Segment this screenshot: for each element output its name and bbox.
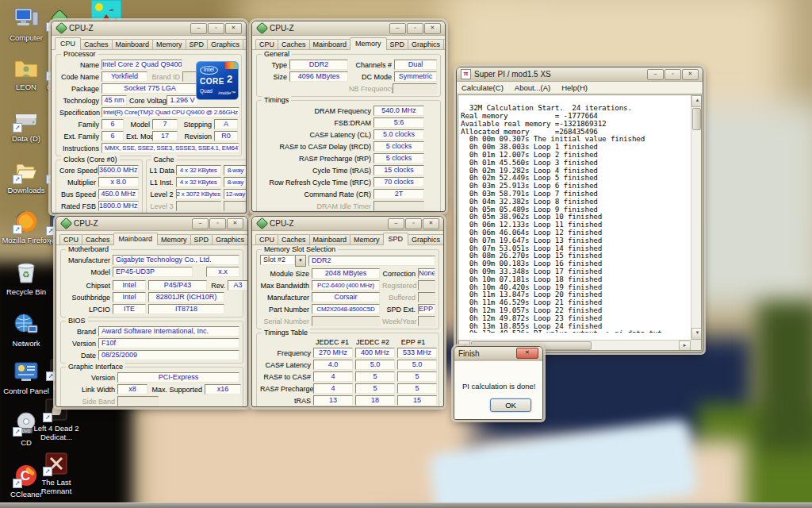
tab-caches[interactable]: Caches bbox=[278, 39, 310, 50]
close-button[interactable]: ✕ bbox=[516, 348, 538, 359]
titlebar[interactable]: CPU-Z –▫✕ bbox=[252, 217, 443, 231]
vertical-scrollbar[interactable]: ▲ ▼ bbox=[691, 95, 701, 340]
minimize-button[interactable]: – bbox=[190, 23, 207, 34]
titlebar[interactable]: Finish ✕ bbox=[454, 347, 542, 360]
titlebar[interactable]: CPU-Z –▫✕ bbox=[252, 21, 445, 36]
minimize-button[interactable]: – bbox=[388, 218, 404, 229]
minimize-button[interactable]: – bbox=[389, 23, 406, 34]
serial-number-label: Serial Number bbox=[260, 318, 309, 325]
titlebar[interactable]: CPU-Z –▫✕ bbox=[52, 21, 246, 36]
size-value: 4096 MBytes bbox=[289, 71, 348, 82]
ok-button[interactable]: OK bbox=[490, 398, 531, 412]
clocks-group: Clocks (Core #0) Core Speed3600.0 MHz Mu… bbox=[56, 160, 143, 213]
desktop-icon-recycle-bin[interactable]: ♻ Recycle Bin bbox=[2, 260, 51, 296]
chevron-down-icon[interactable]: ▼ bbox=[295, 255, 306, 267]
menu-help[interactable]: Help(H) bbox=[561, 83, 588, 92]
cpuz-window-spd[interactable]: CPU-Z –▫✕ CPU Caches Mainboard Memory SP… bbox=[251, 216, 444, 407]
tab-memory[interactable]: Memory bbox=[152, 39, 186, 50]
level2-label: Level 2 bbox=[150, 190, 174, 198]
tab-about[interactable]: About bbox=[243, 39, 247, 50]
tab-memory[interactable]: Memory bbox=[157, 234, 191, 245]
titlebar[interactable]: π Super PI / mod1.5 XS –▫✕ bbox=[457, 67, 703, 82]
shortcut-arrow-icon: ➚ bbox=[46, 371, 56, 381]
tab-caches[interactable]: Caches bbox=[278, 234, 310, 245]
scroll-up-icon[interactable]: ▲ bbox=[691, 95, 702, 107]
superpi-window[interactable]: π Super PI / mod1.5 XS –▫✕ Calculate(C) … bbox=[456, 67, 703, 352]
close-button[interactable]: ✕ bbox=[227, 218, 243, 229]
network-globe-icon bbox=[13, 312, 40, 337]
slot-selection-combo[interactable]: Slot #2▼ bbox=[260, 255, 306, 267]
tab-spd[interactable]: SPD bbox=[386, 39, 409, 50]
tab-caches[interactable]: Caches bbox=[82, 234, 114, 245]
menu-about[interactable]: About...(A) bbox=[515, 83, 550, 92]
scrollbar-thumb[interactable] bbox=[692, 108, 701, 130]
tab-caches[interactable]: Caches bbox=[80, 39, 113, 50]
tab-memory[interactable]: Memory bbox=[350, 234, 384, 245]
group-title: General bbox=[262, 50, 292, 58]
finish-dialog[interactable]: Finish ✕ PI calculation is done! OK bbox=[454, 346, 543, 420]
tab-graphics[interactable]: Graphics bbox=[408, 234, 444, 245]
tab-memory[interactable]: Memory bbox=[350, 37, 387, 50]
maximize-button[interactable]: ▫ bbox=[209, 218, 226, 229]
timing-label: RAS# Precharge (tRP) bbox=[260, 155, 371, 163]
tab-about[interactable]: About bbox=[443, 234, 444, 245]
tab-cpu[interactable]: CPU bbox=[255, 39, 278, 50]
minimize-button[interactable]: – bbox=[192, 218, 209, 229]
tab-graphics[interactable]: Graphics bbox=[408, 39, 444, 50]
maximize-button[interactable]: ▫ bbox=[665, 69, 681, 80]
icon-label: Recycle Bin bbox=[2, 287, 51, 296]
close-button[interactable]: ✕ bbox=[424, 23, 441, 34]
timing-value: 540.0 MHz bbox=[373, 106, 424, 116]
tab-spd[interactable]: SPD bbox=[190, 234, 213, 245]
minimize-button[interactable]: – bbox=[647, 69, 664, 80]
timing-value: 5 clocks bbox=[373, 153, 424, 164]
desktop-icon-last-remnant[interactable]: ➚ The Last Remnant bbox=[32, 451, 81, 495]
revision-value: R0 bbox=[214, 131, 238, 141]
tab-cpu[interactable]: CPU bbox=[255, 234, 278, 245]
tab-mainboard[interactable]: Mainboard bbox=[112, 39, 154, 50]
cache-group: Cache L1 Data4 x 32 KBytes8-way L1 Inst.… bbox=[146, 160, 246, 213]
tab-mainboard[interactable]: Mainboard bbox=[309, 234, 351, 245]
tab-spd[interactable]: SPD bbox=[186, 39, 209, 50]
maximize-button[interactable]: ▫ bbox=[208, 23, 224, 34]
stepping-label: Stepping bbox=[180, 121, 212, 129]
close-button[interactable]: ✕ bbox=[423, 218, 439, 229]
tab-about[interactable]: About bbox=[247, 234, 248, 245]
cpuz-window-memory[interactable]: CPU-Z –▫✕ CPU Caches Mainboard Memory SP… bbox=[251, 21, 446, 212]
tab-graphics[interactable]: Graphics bbox=[212, 234, 248, 245]
t-label: Frequency bbox=[260, 349, 311, 357]
svg-text:♻: ♻ bbox=[22, 270, 30, 279]
cpuz-window-cpu[interactable]: CPU-Z –▫✕ CPU Caches Mainboard Memory SP… bbox=[51, 21, 247, 214]
scroll-down-icon[interactable]: ▼ bbox=[691, 328, 702, 340]
buffered-label: Buffered bbox=[382, 294, 416, 302]
l1-inst-assoc: 8-way bbox=[224, 177, 246, 187]
cpuz-window-mainboard[interactable]: CPU-Z –▫✕ CPU Caches Mainboard Memory SP… bbox=[56, 216, 248, 407]
tab-graphics[interactable]: Graphics bbox=[207, 39, 243, 50]
timing-value: 5:6 bbox=[373, 117, 424, 128]
close-button[interactable]: ✕ bbox=[682, 69, 699, 80]
l1-data-label: L1 Data bbox=[150, 167, 174, 175]
desktop-icon-network[interactable]: Network bbox=[2, 312, 51, 348]
menu-bar: Calculate(C) About...(A) Help(H) bbox=[457, 82, 703, 94]
combo-value: Slot #2 bbox=[260, 255, 295, 265]
close-button[interactable]: ✕ bbox=[225, 23, 242, 34]
titlebar[interactable]: CPU-Z –▫✕ bbox=[56, 217, 247, 231]
menu-calculate[interactable]: Calculate(C) bbox=[462, 83, 504, 92]
bus-speed-label: Bus Speed bbox=[59, 190, 96, 198]
nb-frequency-label: NB Frequency bbox=[349, 85, 390, 93]
tab-cpu[interactable]: CPU bbox=[55, 37, 81, 50]
scroll-right-icon[interactable]: ► bbox=[679, 341, 691, 351]
tab-about[interactable]: About bbox=[443, 39, 446, 50]
group-title: Processor bbox=[61, 50, 98, 58]
t-value: 5 bbox=[355, 383, 395, 394]
tab-cpu[interactable]: CPU bbox=[59, 234, 82, 245]
level3-value bbox=[176, 201, 221, 211]
tab-mainboard[interactable]: Mainboard bbox=[113, 233, 159, 245]
ext-family-label: Ext. Family bbox=[59, 133, 99, 140]
maximize-button[interactable]: ▫ bbox=[407, 23, 423, 34]
tab-spd[interactable]: SPD bbox=[383, 233, 409, 245]
maximize-button[interactable]: ▫ bbox=[405, 218, 422, 229]
taskbar-strip[interactable] bbox=[0, 502, 812, 508]
tab-mainboard[interactable]: Mainboard bbox=[309, 39, 351, 50]
dc-mode-label: DC Mode bbox=[350, 73, 392, 81]
